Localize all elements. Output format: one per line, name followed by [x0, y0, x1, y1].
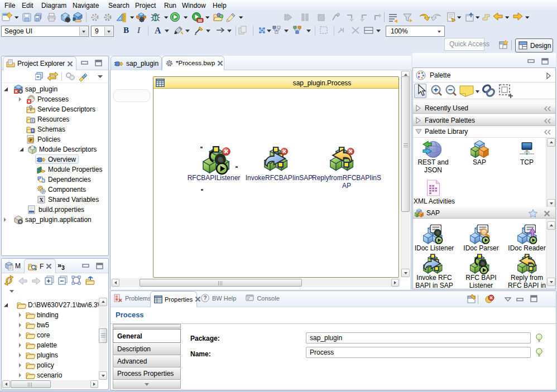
svg-text:X: X [40, 197, 44, 203]
svg-text:I: I [137, 26, 141, 35]
svg-text:010: 010 [30, 210, 34, 213]
svg-text:B: B [123, 26, 129, 35]
svg-text:A: A [155, 26, 161, 35]
svg-text:P: P [30, 138, 32, 142]
svg-text:?: ? [204, 295, 207, 301]
